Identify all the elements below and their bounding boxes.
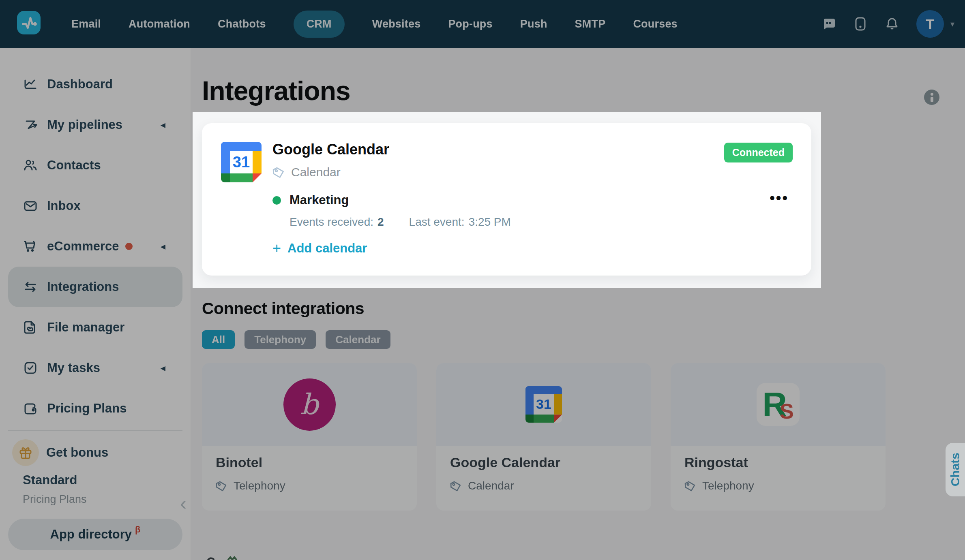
dashboard-icon <box>23 77 38 92</box>
beta-badge: β <box>135 524 140 535</box>
integration-category: Telephony <box>234 479 285 492</box>
integration-name: Ringostat <box>684 455 872 470</box>
tasks-icon <box>23 360 38 376</box>
inbox-icon <box>23 198 38 214</box>
ringostat-logo: R S <box>671 363 886 446</box>
integrations-icon <box>23 279 38 295</box>
collapse-caret-icon[interactable]: ◀ <box>161 121 165 129</box>
ecommerce-icon <box>23 239 38 254</box>
nav-item-email[interactable]: Email <box>71 18 101 30</box>
add-calendar-button[interactable]: + Add calendar <box>272 240 367 257</box>
nav-item-popups[interactable]: Pop-ups <box>448 18 492 30</box>
nav-item-crm-active[interactable]: CRM <box>294 11 345 38</box>
app-directory-button[interactable]: App directory β <box>8 519 182 550</box>
nav-item-chatbots[interactable]: Chatbots <box>218 18 266 30</box>
current-plan-name: Standard <box>0 473 191 487</box>
sidebar-item-contacts[interactable]: Contacts <box>0 145 191 186</box>
last-event-label: Last event: <box>409 216 465 229</box>
google-calendar-logo: 31 <box>221 142 262 182</box>
integration-name: Google Calendar <box>272 141 389 158</box>
top-navigation-bar: Email Automation Chatbots CRM Websites P… <box>0 0 965 48</box>
page-title: Integrations <box>202 75 350 106</box>
nav-item-push[interactable]: Push <box>520 18 547 30</box>
sidebar-item-inbox[interactable]: Inbox <box>0 186 191 226</box>
tour-spotlight-region: 31 Google Calendar Calendar Connected Ma… <box>193 112 821 288</box>
integration-card-ringostat[interactable]: R S Ringostat Telephony <box>671 363 886 511</box>
calendar-stats: Events received: 2 Last event: 3:25 PM <box>290 216 511 229</box>
integration-category: Telephony <box>702 479 754 492</box>
wallet-icon <box>23 401 38 416</box>
messages-icon[interactable] <box>821 17 836 31</box>
pipelines-icon <box>23 117 38 133</box>
integration-name: Google Calendar <box>450 455 637 470</box>
clipped-next-row-hint <box>205 556 249 560</box>
integration-category: Calendar <box>291 165 341 179</box>
sidebar-collapse-chevron-icon[interactable]: ‹ <box>180 494 187 513</box>
connected-integration-card: 31 Google Calendar Calendar Connected Ma… <box>202 123 811 276</box>
tag-icon <box>450 480 462 492</box>
tag-icon <box>216 480 228 492</box>
sidebar-item-my-tasks[interactable]: My tasks ◀ <box>0 348 191 388</box>
notification-dot <box>125 243 133 250</box>
sidebar-menu: Dashboard My pipelines ◀ <box>0 48 191 506</box>
sidebar-item-ecommerce[interactable]: eCommerce ◀ <box>0 226 191 267</box>
chats-side-tab[interactable]: Chats <box>946 443 965 496</box>
sidebar: Dashboard My pipelines ◀ <box>0 48 191 560</box>
integration-name: Binotel <box>216 455 403 470</box>
user-avatar[interactable]: T <box>916 10 944 38</box>
connect-integrations-heading: Connect integrations <box>202 299 364 318</box>
sidebar-divider <box>8 430 182 431</box>
app-logo[interactable] <box>17 11 41 34</box>
nav-item-smtp[interactable]: SMTP <box>575 18 606 30</box>
nav-item-courses[interactable]: Courses <box>633 18 677 30</box>
events-received-value: 2 <box>377 216 384 229</box>
integration-filters: All Telephony Calendar <box>202 330 390 349</box>
file-manager-icon <box>23 320 38 335</box>
notifications-bell-icon[interactable] <box>885 17 899 31</box>
filter-telephony[interactable]: Telephony <box>244 330 316 349</box>
more-options-icon[interactable]: ••• <box>770 190 789 207</box>
nav-item-automation[interactable]: Automation <box>129 18 190 30</box>
current-plan-sublabel[interactable]: Pricing Plans <box>0 493 191 506</box>
binotel-logo: b <box>202 363 417 446</box>
tag-icon <box>684 480 697 492</box>
nav-utility-area: T ▾ <box>821 0 954 48</box>
integration-card-binotel[interactable]: b Binotel Telephony <box>202 363 417 511</box>
get-bonus-item[interactable]: Get bonus <box>0 433 191 472</box>
nav-item-websites[interactable]: Websites <box>372 18 421 30</box>
mobile-app-icon[interactable] <box>853 17 868 31</box>
collapse-caret-icon[interactable]: ◀ <box>161 364 165 372</box>
info-icon[interactable] <box>924 90 939 105</box>
sidebar-item-pricing-plans[interactable]: Pricing Plans <box>0 388 191 429</box>
google-calendar-logo: 31 <box>436 363 651 446</box>
integration-category: Calendar <box>468 479 514 492</box>
last-event-value: 3:25 PM <box>469 216 511 229</box>
events-received-label: Events received: <box>290 216 373 229</box>
integration-card-google-calendar[interactable]: 31 Google Calendar Calendar <box>436 363 651 511</box>
tag-icon <box>272 166 285 179</box>
gift-icon <box>12 439 39 466</box>
plus-icon: + <box>272 240 281 257</box>
avatar-dropdown-caret-icon[interactable]: ▾ <box>950 19 954 29</box>
pulse-logo-icon <box>19 13 38 32</box>
contacts-icon <box>23 158 38 173</box>
primary-nav: Email Automation Chatbots CRM Websites P… <box>71 0 678 48</box>
filter-all[interactable]: All <box>202 330 235 349</box>
sidebar-item-integrations[interactable]: Integrations <box>8 267 182 307</box>
filter-calendar[interactable]: Calendar <box>326 330 390 349</box>
sidebar-item-dashboard[interactable]: Dashboard <box>0 64 191 105</box>
sidebar-item-file-manager[interactable]: File manager <box>0 307 191 348</box>
calendar-name: Marketing <box>290 193 349 207</box>
status-badge-connected: Connected <box>724 143 793 162</box>
collapse-caret-icon[interactable]: ◀ <box>161 243 165 250</box>
calendar-status-dot <box>272 196 281 205</box>
sidebar-item-my-pipelines[interactable]: My pipelines ◀ <box>0 105 191 145</box>
